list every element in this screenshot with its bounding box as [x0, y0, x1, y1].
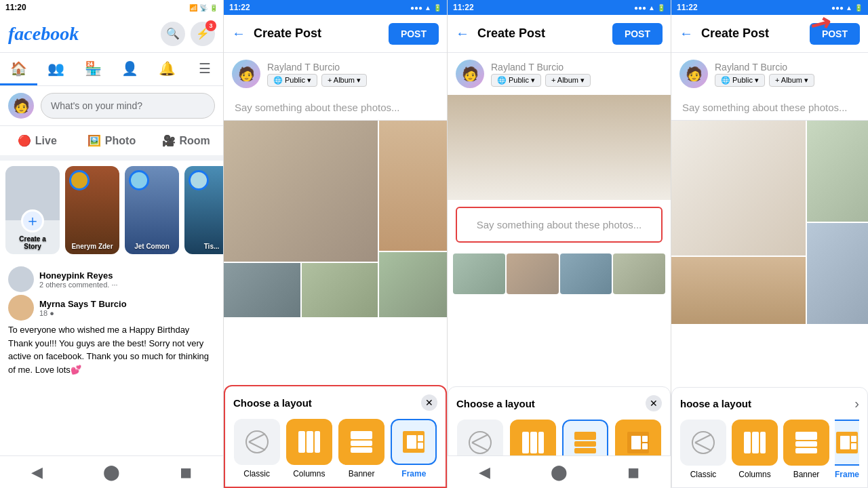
photo-bottom-4 [671, 257, 806, 324]
photo-grid-4 [671, 121, 868, 324]
classic-icon-2 [234, 419, 280, 465]
layout-header-3: Choose a layout ✕ [456, 395, 662, 411]
columns-label-2: Columns [293, 469, 325, 479]
nav-notifications[interactable]: 🔔 [149, 53, 186, 85]
svg-rect-4 [307, 431, 313, 453]
say-something-highlighted-3[interactable]: Say something about these photos... [456, 207, 663, 243]
layout-title-2: Choose a layout [233, 397, 312, 409]
frame-label-2: Frame [401, 469, 426, 479]
signal-4: ●●● [831, 4, 844, 12]
album-dropdown-2: ▾ [357, 76, 361, 85]
album-dropdown-3: ▾ [580, 76, 585, 85]
album-pill-4[interactable]: + Album ▾ [769, 74, 814, 87]
layout-columns-2[interactable]: Columns [286, 419, 332, 479]
svg-rect-37 [851, 436, 856, 442]
photo-right-bot-2 [379, 252, 447, 317]
bottom-nav-3: ◀ ⬤ ◼ [448, 455, 671, 488]
post-user-info: Honeypink Reyes 2 others commented. ··· [39, 270, 118, 289]
story-card-1[interactable]: Enerym Zder [65, 166, 119, 254]
layout-options-2: Classic Columns Banner Fra [233, 419, 437, 479]
post-button-2[interactable]: POST [389, 23, 439, 45]
banner-label-2: Banner [349, 469, 375, 479]
say-something-2[interactable]: Say something about these photos... [224, 95, 447, 121]
post-user-name: Honeypink Reyes [39, 270, 118, 281]
svg-rect-20 [574, 441, 596, 447]
close-layout-3[interactable]: ✕ [646, 395, 662, 411]
bottom-home-3[interactable]: ⬤ [542, 464, 576, 481]
nav-marketplace[interactable]: 🏪 [75, 53, 112, 85]
bottom-home[interactable]: ⬤ [94, 464, 128, 481]
svg-line-15 [472, 443, 488, 451]
back-button-2[interactable]: ← [232, 26, 245, 41]
live-button[interactable]: 🔴 Live [0, 129, 75, 152]
post-button-3[interactable]: POST [612, 23, 663, 45]
frame-icon-2 [391, 419, 437, 465]
more-icon: ··· [111, 281, 117, 289]
panel-create-post-4: 11:22 ●●● ▲ 🔋 ← Create Post POST ↗ 🧑 Ray… [671, 0, 868, 488]
room-icon: 🎥 [162, 134, 176, 147]
privacy-pill-2[interactable]: 🌐 Public ▾ [267, 74, 317, 87]
bottom-nav-1: ◀ ⬤ ◼ [0, 455, 223, 488]
layout-more-4[interactable]: › [854, 396, 859, 411]
layout-banner-2[interactable]: Banner [338, 419, 384, 479]
bottom-back-3[interactable]: ◀ [468, 464, 502, 481]
user-row-4: 🧑 Rayland T Burcio 🌐 Public ▾ + Album ▾ [671, 53, 868, 95]
whats-on-mind-section: 🧑 What's on your mind? [0, 86, 223, 126]
layout-columns-4[interactable]: Columns [732, 420, 778, 479]
nav-friends[interactable]: 👥 [37, 53, 75, 85]
user-handle-2: T Burcio [304, 62, 340, 73]
frame-icon-4 [835, 420, 859, 466]
layout-title-4: hoose a layout [680, 398, 751, 409]
user-row-2: 🧑 Rayland T Burcio 🌐 Public ▾ + Album ▾ [224, 53, 447, 95]
story-avatar-3 [189, 170, 209, 190]
create-story-card[interactable]: ＋ Create aStory [5, 166, 60, 254]
search-icon-btn[interactable]: 🔍 [161, 22, 185, 46]
album-pill-3[interactable]: + Album ▾ [545, 74, 591, 87]
user-name-2: Rayland T Burcio [267, 62, 367, 73]
status-bar-1: 11:20 📶 📡 🔋 [0, 0, 223, 15]
back-button-4[interactable]: ← [679, 26, 693, 41]
nav-profile[interactable]: 👤 [111, 53, 149, 85]
story-name-2: Jet Comon [125, 243, 179, 250]
battery-4: 🔋 [854, 4, 863, 12]
bottom-recent[interactable]: ◼ [169, 464, 203, 481]
layout-frame-4[interactable]: Frame [835, 420, 859, 479]
layout-header-4: hoose a layout › [680, 396, 859, 411]
post-user-avatar [8, 266, 34, 292]
classic-label-4: Classic [690, 470, 717, 479]
svg-rect-17 [530, 432, 537, 453]
svg-rect-5 [315, 431, 320, 453]
nav-menu[interactable]: ☰ [186, 53, 223, 85]
layout-frame-2[interactable]: Frame [391, 419, 437, 479]
svg-rect-21 [574, 448, 596, 453]
story-card-3[interactable]: Tis... [184, 166, 223, 254]
status-icons-2: ●●● ▲ 🔋 [410, 4, 441, 12]
album-pill-2[interactable]: + Album ▾ [321, 74, 367, 87]
fb-header: facebook 🔍 ⚡ 3 [0, 15, 223, 53]
say-something-4[interactable]: Say something about these photos... [671, 95, 868, 121]
layout-options-4: Classic Columns Banner Fra [680, 420, 859, 479]
privacy-pill-4[interactable]: 🌐 Public ▾ [715, 74, 765, 87]
photo-main-2 [224, 121, 378, 262]
svg-line-14 [472, 434, 488, 443]
story-card-2[interactable]: Jet Comon [125, 166, 179, 254]
back-button-3[interactable]: ← [456, 26, 469, 41]
bottom-recent-3[interactable]: ◼ [616, 464, 650, 481]
messenger-icon-btn[interactable]: ⚡ 3 [191, 22, 215, 46]
panel-facebook-feed: 11:20 📶 📡 🔋 facebook 🔍 ⚡ 3 🏠 👥 🏪 👤 🔔 ☰ 🧑… [0, 0, 224, 488]
commenter-sub: 18 ● [39, 309, 127, 317]
photo-button[interactable]: 🖼️ Photo [75, 129, 149, 152]
bottom-back[interactable]: ◀ [20, 464, 54, 481]
fb-nav: 🏠 👥 🏪 👤 🔔 ☰ [0, 53, 223, 86]
close-layout-2[interactable]: ✕ [421, 394, 437, 411]
privacy-pill-3[interactable]: 🌐 Public ▾ [491, 74, 541, 87]
user-name-4: Rayland T Burcio [715, 62, 814, 73]
say-placeholder-3: Say something about these photos... [477, 219, 642, 230]
layout-classic-4[interactable]: Classic [680, 420, 726, 479]
layout-classic-2[interactable]: Classic [234, 419, 280, 479]
user-avatar-feed: 🧑 [8, 93, 34, 119]
room-button[interactable]: 🎥 Room [149, 129, 223, 152]
what-on-mind-input[interactable]: What's on your mind? [41, 93, 215, 119]
nav-home[interactable]: 🏠 [0, 53, 37, 85]
layout-banner-4[interactable]: Banner [783, 420, 829, 479]
